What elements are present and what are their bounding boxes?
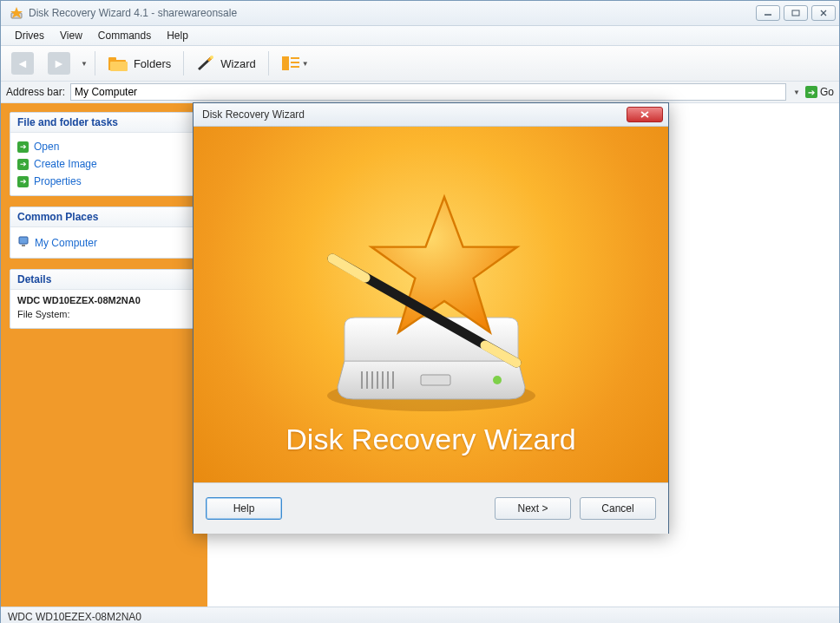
address-bar-label: Address bar: [6, 86, 65, 98]
wizard-close-button[interactable] [627, 107, 663, 122]
address-bar: Address bar: ▼ ➔ Go [1, 82, 839, 103]
titlebar: Disk Recovery Wizard 4.1 - sharewareonsa… [1, 1, 839, 26]
details-fs-label: File System: [17, 309, 70, 319]
computer-icon [17, 235, 30, 250]
wizard-hero: Disk Recovery Wizard [194, 127, 668, 482]
svg-line-32 [332, 259, 365, 278]
maximize-button[interactable] [784, 5, 808, 21]
address-input[interactable] [70, 83, 786, 101]
svg-rect-12 [282, 56, 289, 70]
task-label: Open [34, 141, 59, 153]
menubar: Drives View Commands Help [1, 26, 839, 46]
folder-icon [108, 55, 128, 72]
window-buttons [756, 5, 836, 21]
address-dropdown[interactable]: ▼ [793, 89, 800, 96]
go-label: Go [820, 86, 834, 98]
svg-marker-30 [371, 197, 517, 332]
folders-label: Folders [134, 57, 171, 70]
wizard-dialog: Disk Recovery Wizard [193, 102, 669, 534]
panel-places: Common Places My Computer [10, 207, 199, 259]
arrow-icon: ➔ [17, 176, 29, 187]
svg-rect-28 [421, 375, 450, 385]
view-mode-button[interactable]: ▼ [276, 50, 314, 76]
toolbar-separator [268, 51, 269, 75]
app-icon [10, 6, 23, 20]
wizard-next-button[interactable]: Next > [495, 497, 571, 520]
svg-rect-8 [110, 62, 128, 71]
toolbar-separator [183, 51, 184, 75]
svg-point-29 [493, 376, 502, 384]
wizard-hero-title: Disk Recovery Wizard [194, 423, 668, 456]
minimize-button[interactable] [756, 5, 780, 21]
wand-icon [196, 55, 215, 72]
svg-rect-3 [792, 10, 799, 16]
task-create-image[interactable]: ➔Create Image [17, 155, 191, 173]
task-label: Create Image [34, 158, 97, 170]
wizard-cancel-button[interactable]: Cancel [580, 497, 656, 520]
sidebar: File and folder tasks ➔Open ➔Create Imag… [1, 103, 207, 607]
menu-drives[interactable]: Drives [8, 28, 51, 43]
svg-rect-16 [19, 237, 28, 244]
svg-rect-14 [291, 62, 299, 63]
folders-button[interactable]: Folders [102, 50, 176, 76]
wizard-title: Disk Recovery Wizard [199, 108, 627, 121]
menu-help[interactable]: Help [160, 28, 195, 43]
panel-details: Details WDC WD10EZEX-08M2NA0 File System… [10, 269, 199, 329]
task-label: Properties [34, 175, 82, 187]
arrow-icon: ➔ [17, 159, 29, 170]
svg-rect-15 [291, 66, 299, 68]
menu-commands[interactable]: Commands [91, 28, 158, 43]
close-button[interactable] [811, 5, 836, 21]
go-arrow-icon: ➔ [805, 86, 817, 98]
nav-forward-button[interactable]: ► [43, 50, 75, 76]
place-label: My Computer [35, 237, 97, 249]
toolbar-separator [95, 51, 95, 75]
wizard-titlebar[interactable]: Disk Recovery Wizard [194, 103, 668, 127]
details-device-name: WDC WD10EZEX-08M2NA0 [17, 295, 191, 305]
wizard-button[interactable]: Wizard [191, 50, 260, 76]
svg-rect-13 [291, 57, 299, 59]
wizard-hero-illustration [301, 187, 561, 422]
panel-places-header: Common Places [10, 207, 198, 227]
place-my-computer[interactable]: My Computer [17, 233, 191, 252]
nav-back-button[interactable]: ◄ [6, 50, 39, 76]
view-dropdown-caret: ▼ [302, 60, 309, 68]
panel-tasks: File and folder tasks ➔Open ➔Create Imag… [10, 112, 199, 196]
statusbar-text: WDC WD10EZEX-08M2NA0 [8, 611, 141, 623]
panel-tasks-header: File and folder tasks [10, 113, 198, 133]
statusbar: WDC WD10EZEX-08M2NA0 [1, 607, 839, 623]
svg-rect-7 [108, 57, 116, 62]
view-icon [281, 56, 300, 71]
arrow-icon: ➔ [17, 141, 29, 153]
svg-rect-17 [22, 245, 25, 246]
go-button[interactable]: ➔ Go [805, 86, 834, 98]
menu-view[interactable]: View [53, 28, 89, 43]
task-open[interactable]: ➔Open [17, 138, 191, 155]
toolbar: ◄ ► ▼ Folders Wizard ▼ [1, 46, 839, 82]
panel-details-header: Details [10, 270, 198, 290]
svg-point-11 [210, 56, 213, 59]
window-title: Disk Recovery Wizard 4.1 - sharewareonsa… [29, 7, 756, 19]
wizard-footer: Help Next > Cancel [194, 482, 668, 534]
wizard-help-button[interactable]: Help [206, 497, 282, 520]
wizard-label: Wizard [220, 57, 255, 70]
nav-history-dropdown[interactable]: ▼ [81, 60, 88, 68]
task-properties[interactable]: ➔Properties [17, 173, 191, 190]
main-window: Disk Recovery Wizard 4.1 - sharewareonsa… [0, 0, 840, 623]
